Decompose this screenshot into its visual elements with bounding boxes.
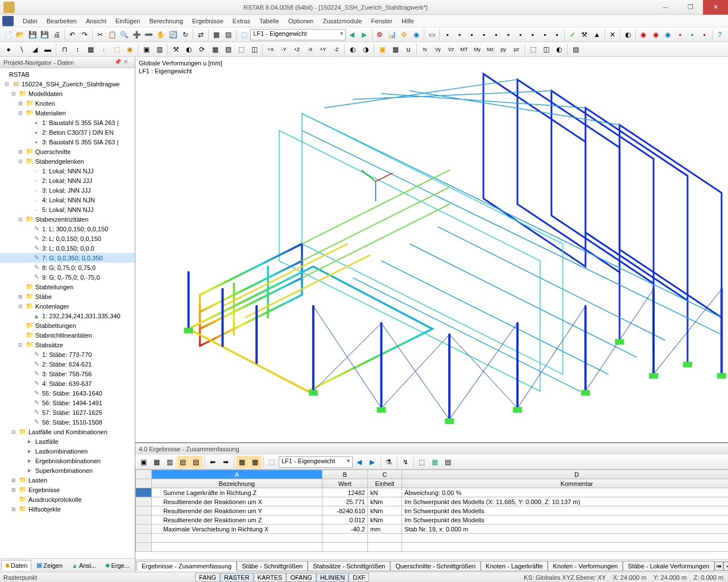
tree-modelldaten[interactable]: ⊟📁Modelldaten	[0, 89, 135, 98]
tree-root[interactable]: RSTAB	[0, 69, 135, 79]
tree-stabteilungen[interactable]: 📁Stabteilungen	[0, 282, 135, 292]
tree-gelenk-4[interactable]: ◦4: Lokal; NNN NJN	[0, 195, 135, 205]
r2-18-icon[interactable]: ⬚	[235, 43, 247, 56]
status-kartes[interactable]: KARTES	[254, 573, 287, 582]
tree-knoten[interactable]: ⊞📁Knoten	[0, 98, 135, 108]
res-tab-knoten-verf[interactable]: Knoten - Verformungen	[548, 561, 623, 571]
res-tab-knoten-lager[interactable]: Knoten - Lagerkräfte	[481, 561, 548, 571]
tree-materialien[interactable]: ⊟📁Materialien	[0, 108, 135, 118]
redo-icon[interactable]: ↷	[78, 28, 90, 41]
print-icon[interactable]: 🖨	[51, 28, 63, 41]
t15-icon[interactable]: ◐	[622, 28, 634, 41]
rt-6-icon[interactable]: ⬅	[206, 456, 219, 468]
tree-mat-3[interactable]: ▪3: Baustahl S 355 SIA 263 |	[0, 137, 135, 147]
tree-gelenk-3[interactable]: ◦3: Lokal; JNN JJJ	[0, 185, 135, 195]
tree-staebe[interactable]: ⊞📁Stäbe	[0, 292, 135, 301]
r2-43-icon[interactable]: ▤	[569, 43, 582, 56]
tree-ergebnisse[interactable]: ⊞📁Ergebnisse	[0, 485, 135, 494]
navigator-pin-icon[interactable]: 📌	[114, 59, 122, 66]
menu-hilfe[interactable]: Hilfe	[397, 16, 419, 26]
r2-16-icon[interactable]: ▦	[209, 43, 221, 56]
r2-29-icon[interactable]: ▦	[389, 43, 402, 56]
r2-6-icon[interactable]: ↕	[71, 43, 84, 56]
r2-py-icon[interactable]: py	[497, 43, 510, 56]
r2-4-icon[interactable]: ▬	[42, 43, 54, 56]
tree-ss-57[interactable]: ✎57: Stäbe: 1627-1625	[0, 408, 135, 417]
results-loadcase-combo[interactable]: LF1 - Eigengewicht	[279, 456, 353, 468]
r2-1-icon[interactable]: ●	[2, 43, 15, 56]
r2-27-icon[interactable]: ◑	[359, 43, 372, 56]
menu-datei[interactable]: Datei	[18, 16, 42, 26]
status-dxf[interactable]: DXF	[349, 573, 369, 582]
tree-ss-56[interactable]: ✎56: Stäbe: 1494-1491	[0, 398, 135, 408]
display-icon[interactable]: ▭	[426, 28, 437, 41]
tree-ausdruck[interactable]: 📁Ausdruckprotokolle	[0, 494, 135, 504]
view-xy-icon[interactable]: +X	[264, 43, 277, 56]
menu-zusatzmodule[interactable]: Zusatzmodule	[318, 16, 367, 26]
zoomin-icon[interactable]: ➕	[131, 28, 142, 41]
r2-10-icon[interactable]: ◉	[123, 43, 136, 56]
results-grid[interactable]: A B C D Bezeichnung Wert Einheit Komment…	[135, 469, 728, 559]
r2-12-icon[interactable]: ▥	[153, 43, 166, 56]
col-c-header[interactable]: C	[367, 470, 402, 479]
r2-42-icon[interactable]: ◐	[553, 43, 565, 56]
tree-stabbettungen[interactable]: 📁Stabbettungen	[0, 321, 135, 330]
table-row[interactable]: Resultierende der Reaktionen um Y-8240.6…	[135, 506, 728, 516]
r2-pz-icon[interactable]: pz	[510, 43, 523, 56]
r2-30-icon[interactable]: u	[402, 43, 415, 56]
tree-gelenk-1[interactable]: ◦1: Lokal; NNN NJJ	[0, 166, 135, 176]
t11-icon[interactable]: ✓	[566, 28, 578, 41]
view-mz-icon[interactable]: -Z	[330, 43, 342, 56]
menu-ergebnisse[interactable]: Ergebnisse	[188, 16, 228, 26]
tree-stabsaetze[interactable]: ⊟📁Stabsätze	[0, 340, 135, 350]
table-row[interactable]: Maximale Verschiebung in Richtung X-40.2…	[135, 525, 728, 534]
rt-excel-icon[interactable]: ▦	[429, 456, 441, 468]
tree-ss-3[interactable]: ✎3: Stäbe: 758-756	[0, 369, 135, 379]
tree-ex-9[interactable]: ✎9: G; 0,-75,0; 0,-75,0	[0, 272, 135, 282]
tree-ss-55[interactable]: ✎55: Stäbe: 1643-1640	[0, 388, 135, 398]
prev-icon[interactable]: ◀	[346, 28, 358, 41]
r2-5-icon[interactable]: ⊓	[58, 43, 71, 56]
t9-icon[interactable]: ▪	[539, 28, 551, 41]
t1-icon[interactable]: ▪	[441, 28, 453, 41]
cut-icon[interactable]: ✂	[94, 28, 106, 41]
view-mx-icon[interactable]: -X	[304, 43, 316, 56]
res-tab-staebe-verf[interactable]: Stäbe - Lokale Verformungen	[623, 561, 714, 571]
rt-8-icon[interactable]: ▦	[236, 456, 249, 468]
results-icon[interactable]: 📊	[386, 28, 398, 41]
rt-next-icon[interactable]: ▶	[366, 456, 379, 468]
maximize-button[interactable]: ❐	[678, 0, 703, 15]
minimize-button[interactable]: ─	[653, 0, 678, 15]
r2-28-icon[interactable]: ▣	[376, 43, 388, 56]
status-fang[interactable]: FANG	[195, 573, 220, 582]
res-tab-staebe-schnitt[interactable]: Stäbe - Schnittgrößen	[237, 561, 308, 571]
t16-icon[interactable]: ◉	[638, 28, 649, 41]
t20-icon[interactable]: ▪	[686, 28, 698, 41]
r2-2-icon[interactable]: ∖	[15, 43, 28, 56]
col-d-header[interactable]: D	[402, 470, 728, 479]
nav-tab-ergebnisse[interactable]: ◆Erge...	[101, 560, 133, 571]
tree-gelenk-5[interactable]: ◦5: Lokal; NNN NJJ	[0, 205, 135, 214]
t7-icon[interactable]: ▪	[515, 28, 526, 41]
tree-querschnitte[interactable]: ⊞📁Querschnitte	[0, 147, 135, 156]
r2-41-icon[interactable]: ◫	[540, 43, 552, 56]
arrow-icon[interactable]: ↓	[97, 43, 110, 56]
t12-icon[interactable]: ⚒	[579, 28, 590, 41]
col-a-header[interactable]: A	[151, 470, 322, 479]
tree-ek[interactable]: ▸Ergebniskombinationen	[0, 456, 135, 465]
tree-ss-2[interactable]: ✎2: Stäbe: 624-621	[0, 359, 135, 369]
tree-mat-2[interactable]: ▪2: Beton C30/37 | DIN EN	[0, 127, 135, 137]
module-icon[interactable]: ◉	[411, 28, 422, 41]
rt-7-icon[interactable]: ➡	[220, 456, 232, 468]
save-icon[interactable]: 💾	[27, 28, 38, 41]
zoom-icon[interactable]: 🔍	[119, 28, 130, 41]
calc-icon[interactable]: ⚙	[374, 28, 385, 41]
t14-icon[interactable]: ✕	[606, 28, 618, 41]
tree-lastfaelle-kombi[interactable]: ⊟📁Lastfälle und Kombinationen	[0, 427, 135, 436]
t13-icon[interactable]: ▲	[591, 28, 602, 41]
status-ofang[interactable]: OFANG	[286, 573, 316, 582]
navigator-close-icon[interactable]: ✕	[123, 59, 131, 66]
window-icon[interactable]: ▦	[210, 28, 222, 41]
undo-icon[interactable]: ↶	[67, 28, 78, 41]
open-icon[interactable]: 📂	[14, 28, 26, 41]
